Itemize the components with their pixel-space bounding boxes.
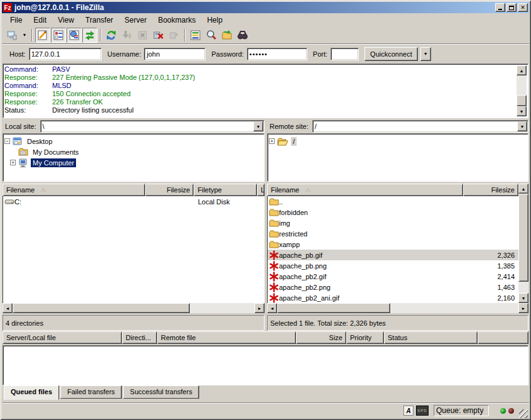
remote-site-combo[interactable]: / ▼	[312, 120, 528, 133]
disconnect-button[interactable]	[151, 28, 166, 43]
scroll-up-button[interactable]: ▲	[517, 65, 527, 75]
file-row[interactable]: apache_pb2.png 1,463	[268, 282, 518, 292]
local-tree-icon	[53, 30, 64, 41]
menu-help[interactable]: Help	[201, 14, 228, 26]
remote-vertical-scrollbar[interactable]: ▲ ▼	[518, 184, 528, 303]
scroll-left-button[interactable]: ◄	[3, 303, 13, 313]
site-manager-button[interactable]	[4, 28, 19, 43]
column-header-direction[interactable]: Directi...	[122, 331, 157, 344]
file-row[interactable]: img	[268, 218, 518, 228]
toggle-message-log-button[interactable]	[35, 28, 50, 43]
menu-file[interactable]: File	[4, 14, 28, 26]
refresh-button[interactable]	[104, 28, 119, 43]
minimize-button[interactable]	[495, 3, 505, 12]
scroll-thumb[interactable]	[517, 95, 527, 106]
up-arrow-icon: ▲	[520, 69, 524, 73]
remote-pane: Remote site: / ▼ + / Filename Filesize	[267, 119, 528, 331]
directory-comparison-button[interactable]	[204, 28, 219, 43]
log-vertical-scrollbar[interactable]: ▲ ▼	[517, 65, 527, 116]
toggle-local-tree-button[interactable]	[51, 28, 66, 43]
tree-item-root[interactable]: + /	[269, 136, 527, 146]
scroll-down-button[interactable]: ▼	[518, 293, 528, 303]
tree-item-desktop[interactable]: − Desktop	[4, 136, 263, 146]
scroll-right-button[interactable]: ►	[518, 303, 528, 313]
filter-button[interactable]	[188, 28, 203, 43]
host-input[interactable]	[29, 48, 102, 60]
expand-icon[interactable]: +	[269, 138, 275, 144]
file-row[interactable]: restricted	[268, 228, 518, 239]
remote-file-list[interactable]: .. forbidden img restricted	[267, 196, 518, 303]
toggle-transfer-queue-button[interactable]	[82, 28, 97, 43]
image-file-icon	[268, 250, 279, 260]
local-site-dropdown-button[interactable]: ▼	[253, 121, 263, 131]
message-log[interactable]: Command:PASV Response:227 Entering Passi…	[3, 64, 528, 118]
remote-horizontal-scrollbar[interactable]: ◄ ►	[267, 303, 528, 313]
password-input[interactable]	[247, 48, 307, 60]
column-header-filename[interactable]: Filename	[267, 184, 463, 196]
toggle-remote-tree-button[interactable]	[67, 28, 82, 43]
column-header-filesize[interactable]: Filesize	[463, 184, 518, 196]
local-horizontal-scrollbar[interactable]: ◄ ►	[3, 303, 265, 313]
quickconnect-button[interactable]: Quickconnect	[364, 47, 418, 61]
column-header-filesize[interactable]: Filesize	[145, 184, 194, 196]
site-manager-dropdown-button[interactable]: ▼	[20, 28, 29, 43]
resize-grip[interactable]	[519, 409, 528, 418]
queue-list[interactable]	[3, 345, 528, 385]
tab-queued-files[interactable]: Queued files	[4, 385, 59, 400]
column-header-filetype[interactable]: Filetype	[194, 184, 257, 196]
column-header-lastmodified[interactable]: L	[257, 184, 265, 196]
username-input[interactable]	[144, 48, 205, 60]
menu-edit[interactable]: Edit	[28, 14, 52, 26]
reconnect-button[interactable]	[167, 28, 182, 43]
file-row[interactable]: apache_pb2.gif 2,414	[268, 271, 518, 282]
file-row[interactable]: apache_pb.png 1,385	[268, 260, 518, 271]
remote-site-dropdown-button[interactable]: ▼	[517, 121, 527, 131]
column-header-size[interactable]: Size	[296, 331, 346, 344]
close-button[interactable]: ✕	[518, 3, 528, 12]
collapse-icon[interactable]: −	[4, 138, 10, 144]
tab-successful-transfers[interactable]: Successful transfers	[123, 385, 199, 399]
port-input[interactable]	[331, 48, 359, 60]
toolbar: ▼	[2, 26, 529, 44]
scroll-down-button[interactable]: ▼	[517, 106, 527, 116]
message-log-icon	[37, 30, 48, 41]
local-status-text: 4 directories	[6, 319, 43, 327]
file-row[interactable]: apache_pb2_ani.gif 2,160	[268, 292, 518, 303]
local-file-list[interactable]: C: Local Disk	[3, 196, 265, 303]
file-row-selected[interactable]: apache_pb.gif 2,326	[268, 250, 518, 260]
find-files-button[interactable]	[235, 28, 250, 43]
column-header-remote-file[interactable]: Remote file	[157, 331, 296, 344]
quickconnect-dropdown-button[interactable]: ▼	[420, 47, 431, 61]
scroll-up-button[interactable]: ▲	[518, 184, 528, 194]
file-row[interactable]: xampp	[268, 239, 518, 250]
scroll-right-button[interactable]: ►	[255, 303, 265, 313]
menu-bookmarks[interactable]: Bookmarks	[152, 14, 201, 26]
menu-transfer[interactable]: Transfer	[80, 14, 119, 26]
local-site-combo[interactable]: \ ▼	[40, 120, 265, 133]
file-row[interactable]: ..	[268, 196, 518, 207]
scroll-left-button[interactable]: ◄	[267, 303, 277, 313]
tab-failed-transfers[interactable]: Failed transfers	[60, 385, 122, 399]
tree-item-my-computer[interactable]: + My Computer	[4, 157, 263, 168]
remote-tree[interactable]: + /	[267, 133, 528, 182]
process-queue-button[interactable]	[119, 28, 134, 43]
expand-icon[interactable]: +	[10, 160, 16, 165]
file-row[interactable]: forbidden	[268, 207, 518, 218]
speed-limits-icon: SPD	[416, 406, 429, 416]
scroll-thumb[interactable]	[13, 303, 190, 313]
scroll-thumb[interactable]	[277, 303, 390, 313]
tree-item-my-documents[interactable]: My Documents	[4, 146, 263, 157]
column-header-status[interactable]: Status	[384, 331, 478, 344]
maximize-button[interactable]	[506, 3, 517, 12]
local-tree[interactable]: − Desktop My Documents +	[3, 133, 265, 182]
scroll-thumb[interactable]	[518, 194, 528, 282]
menu-server[interactable]: Server	[119, 14, 152, 26]
dropdown-arrow-icon: ▼	[256, 124, 261, 129]
cancel-operation-button[interactable]	[135, 28, 150, 43]
synchronized-browsing-button[interactable]	[219, 28, 234, 43]
file-row-local-c[interactable]: C: Local Disk	[3, 196, 265, 207]
column-header-filename[interactable]: Filename	[3, 184, 145, 196]
column-header-server-local-file[interactable]: Server/Local file	[3, 331, 122, 344]
menu-view[interactable]: View	[52, 14, 80, 26]
column-header-priority[interactable]: Priority	[346, 331, 384, 344]
